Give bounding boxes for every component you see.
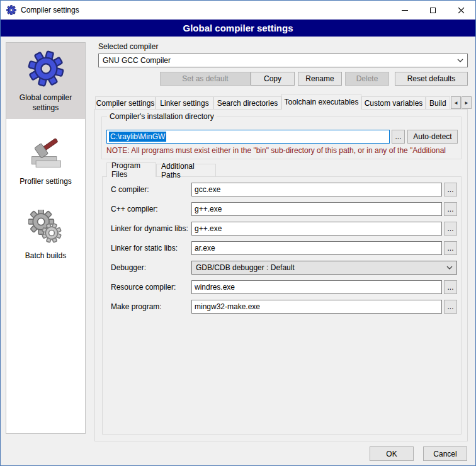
installation-directory-group-label: Compiler's installation directory <box>107 112 217 121</box>
selected-compiler-label: Selected compiler <box>98 42 158 51</box>
linker-dynamic-label: Linker for dynamic libs: <box>111 224 188 233</box>
chevron-down-icon <box>457 59 463 62</box>
cpp-compiler-browse-button[interactable]: ... <box>444 202 457 216</box>
window-controls <box>390 1 475 20</box>
sidebar-item-label: Profiler settings <box>8 177 83 187</box>
compiler-settings-dialog: Compiler settings Global compiler settin… <box>0 0 476 466</box>
cpp-compiler-label: C++ compiler: <box>111 205 158 213</box>
sidebar-item-batch-builds[interactable]: Batch builds <box>6 202 85 268</box>
copy-button[interactable]: Copy <box>251 72 295 86</box>
title-bar: Compiler settings <box>1 1 475 20</box>
subtab-program-files[interactable]: Program Files <box>106 162 156 177</box>
linker-dynamic-input[interactable] <box>191 222 442 236</box>
tab-custom-variables[interactable]: Custom variables <box>361 96 426 109</box>
settings-category-sidebar: Global compiler settings Profiler settin… <box>6 42 86 434</box>
tab-linker-settings[interactable]: Linker settings <box>156 96 213 109</box>
tab-build[interactable]: Build <box>426 96 450 109</box>
maximize-icon <box>430 8 436 13</box>
resource-compiler-input[interactable] <box>191 280 442 294</box>
auto-detect-button[interactable]: Auto-detect <box>407 130 458 144</box>
c-compiler-label: C compiler: <box>111 185 149 194</box>
gray-gears-icon <box>28 210 64 245</box>
window-title: Compiler settings <box>21 6 79 14</box>
page-title: Global compiler settings <box>1 20 475 37</box>
debugger-label: Debugger: <box>111 263 146 272</box>
make-program-input[interactable] <box>191 300 442 314</box>
minimize-button[interactable] <box>390 1 419 20</box>
tab-toolchain-executables[interactable]: Toolchain executables <box>281 94 361 110</box>
cancel-button[interactable]: Cancel <box>423 446 467 461</box>
c-compiler-input[interactable] <box>191 183 442 196</box>
tab-scroll-left-button[interactable]: ◄ <box>451 96 461 109</box>
tab-scroll-right-button[interactable]: ► <box>462 96 472 109</box>
linker-static-browse-button[interactable]: ... <box>444 241 457 255</box>
app-gear-icon <box>6 5 16 15</box>
selected-compiler-combobox[interactable]: GNU GCC Compiler <box>98 54 468 67</box>
tab-compiler-settings[interactable]: Compiler settings <box>95 96 156 109</box>
sidebar-item-label: Global compiler settings <box>8 93 83 113</box>
blue-gear-icon <box>28 50 64 87</box>
selected-compiler-value: GNU GCC Compiler <box>103 56 171 65</box>
tab-search-directories[interactable]: Search directories <box>213 96 281 109</box>
minimize-icon <box>402 10 408 11</box>
resource-compiler-browse-button[interactable]: ... <box>444 280 457 294</box>
sidebar-item-profiler-settings[interactable]: Profiler settings <box>6 128 85 193</box>
make-program-browse-button[interactable]: ... <box>444 300 457 314</box>
set-as-default-button[interactable]: Set as default <box>160 72 251 86</box>
chevron-down-icon <box>446 266 453 270</box>
close-button[interactable] <box>447 1 475 20</box>
cpp-compiler-input[interactable] <box>191 202 442 216</box>
make-program-label: Make program: <box>111 302 162 311</box>
linker-static-label: Linker for static libs: <box>111 244 178 253</box>
subtab-additional-paths[interactable]: Additional Paths <box>156 164 216 176</box>
installation-directory-browse-button[interactable]: ... <box>392 130 405 144</box>
ok-button[interactable]: OK <box>370 446 414 461</box>
delete-button[interactable]: Delete <box>345 72 389 86</box>
c-compiler-browse-button[interactable]: ... <box>444 183 457 196</box>
debugger-selected-value: GDB/CDB debugger : Default <box>196 263 295 272</box>
sidebar-item-label: Batch builds <box>8 251 83 261</box>
reset-defaults-button[interactable]: Reset defaults <box>395 72 468 86</box>
maximize-button[interactable] <box>419 1 447 20</box>
close-icon <box>458 7 465 14</box>
bin-subdirectory-note: NOTE: All programs must exist either in … <box>106 146 469 155</box>
resource-compiler-label: Resource compiler: <box>111 283 176 292</box>
installation-directory-selected-text: C:\raylib\MinGW <box>109 132 166 142</box>
installation-directory-input[interactable]: C:\raylib\MinGW <box>106 130 390 144</box>
debugger-select[interactable]: GDB/CDB debugger : Default <box>191 261 457 275</box>
rename-button[interactable]: Rename <box>298 72 342 86</box>
linker-static-input[interactable] <box>191 241 442 255</box>
hammer-icon <box>28 135 64 171</box>
sidebar-item-global-compiler-settings[interactable]: Global compiler settings <box>6 43 85 119</box>
linker-dynamic-browse-button[interactable]: ... <box>444 222 457 236</box>
